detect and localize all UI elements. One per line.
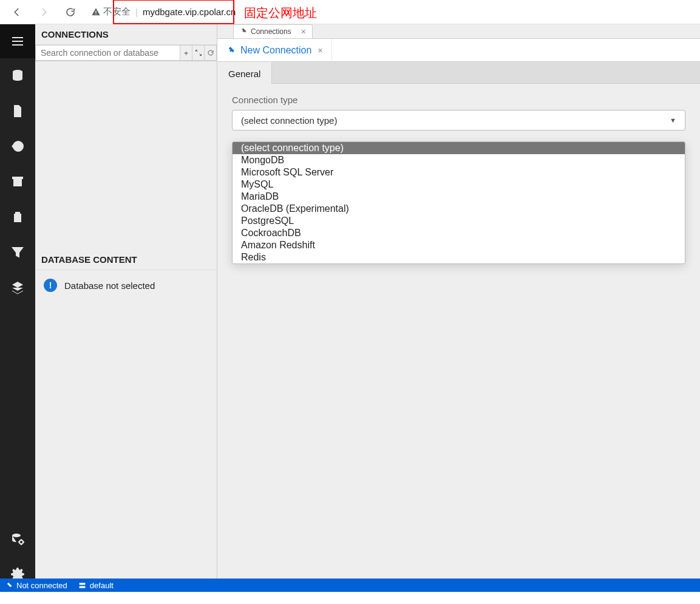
svg-rect-3 bbox=[12, 41, 23, 42]
connections-list bbox=[35, 61, 217, 249]
option-redis[interactable]: Redis bbox=[233, 251, 685, 263]
connections-header: CONNECTIONS bbox=[35, 24, 217, 45]
svg-rect-4 bbox=[12, 44, 23, 46]
close-icon[interactable]: × bbox=[318, 46, 322, 55]
tab-general[interactable]: General bbox=[217, 62, 272, 84]
option-oracle[interactable]: OracleDB (Experimental) bbox=[233, 203, 685, 215]
db-content-header: DATABASE CONTENT bbox=[35, 249, 217, 270]
browser-toolbar: 不安全 | mydbgate.vip.cpolar.cn 固定公网地址 bbox=[0, 0, 700, 24]
db-settings-icon[interactable] bbox=[0, 521, 35, 557]
search-input[interactable] bbox=[35, 45, 180, 61]
insecure-warning: 不安全 bbox=[91, 6, 131, 18]
activity-rail bbox=[0, 24, 35, 592]
status-profile[interactable]: default bbox=[78, 581, 114, 590]
status-text: Not connected bbox=[16, 581, 67, 590]
plug-icon bbox=[240, 27, 247, 36]
content-tab-label: New Connection bbox=[240, 45, 311, 56]
svg-point-10 bbox=[19, 540, 23, 544]
chevron-down-icon: ▼ bbox=[670, 117, 676, 124]
address-bar[interactable]: 不安全 | mydbgate.vip.cpolar.cn bbox=[86, 3, 694, 21]
menu-button[interactable] bbox=[0, 24, 35, 58]
main-area: Connections × New Connection × General C… bbox=[217, 24, 700, 592]
option-mssql[interactable]: Microsoft SQL Server bbox=[233, 166, 685, 178]
connection-type-dropdown: (select connection type) MongoDB Microso… bbox=[232, 141, 685, 264]
svg-rect-13 bbox=[79, 586, 85, 588]
svg-rect-12 bbox=[79, 583, 85, 585]
server-icon bbox=[78, 582, 86, 589]
db-not-selected-row: ! Database not selected bbox=[35, 270, 217, 300]
db-not-selected-text: Database not selected bbox=[64, 280, 155, 291]
option-mysql[interactable]: MySQL bbox=[233, 178, 685, 191]
info-icon: ! bbox=[44, 279, 57, 292]
file-tab-connections[interactable]: Connections × bbox=[233, 24, 313, 38]
option-cockroach[interactable]: CockroachDB bbox=[233, 227, 685, 239]
svg-point-9 bbox=[12, 534, 21, 537]
insecure-label: 不安全 bbox=[103, 6, 131, 18]
database-icon[interactable] bbox=[0, 58, 35, 93]
left-panel: CONNECTIONS + DATABASE CONTENT ! Databas… bbox=[35, 24, 217, 592]
svg-rect-8 bbox=[13, 179, 22, 186]
reload-button[interactable] bbox=[59, 1, 81, 23]
new-connection-tab[interactable]: New Connection × bbox=[217, 39, 332, 62]
expand-button[interactable] bbox=[192, 45, 205, 61]
status-connection[interactable]: Not connected bbox=[5, 581, 67, 590]
file-tab-label: Connections bbox=[251, 27, 291, 36]
option-postgres[interactable]: PostgreSQL bbox=[233, 215, 685, 227]
plug-icon bbox=[5, 582, 13, 589]
option-redshift[interactable]: Amazon Redshift bbox=[233, 239, 685, 251]
layers-icon[interactable] bbox=[0, 270, 35, 305]
svg-rect-0 bbox=[95, 11, 96, 13]
connection-type-label: Connection type bbox=[232, 95, 685, 105]
add-connection-button[interactable]: + bbox=[180, 45, 192, 61]
svg-rect-7 bbox=[12, 177, 23, 179]
option-mariadb[interactable]: MariaDB bbox=[233, 191, 685, 203]
refresh-button[interactable] bbox=[205, 45, 217, 61]
archive-icon[interactable] bbox=[0, 164, 35, 199]
history-icon[interactable] bbox=[0, 129, 35, 164]
select-value: (select connection type) bbox=[241, 115, 337, 126]
plug-icon bbox=[226, 46, 236, 55]
filter-icon[interactable] bbox=[0, 234, 35, 270]
close-icon[interactable]: × bbox=[301, 27, 306, 36]
svg-rect-2 bbox=[12, 37, 23, 38]
file-icon[interactable] bbox=[0, 93, 35, 129]
forward-button[interactable] bbox=[33, 1, 55, 23]
back-button[interactable] bbox=[6, 1, 28, 23]
profile-text: default bbox=[90, 581, 114, 590]
option-select-placeholder[interactable]: (select connection type) bbox=[233, 142, 685, 154]
url-text: mydbgate.vip.cpolar.cn bbox=[143, 7, 236, 17]
status-bar: Not connected default bbox=[0, 579, 700, 592]
option-mongodb[interactable]: MongoDB bbox=[233, 154, 685, 166]
svg-rect-1 bbox=[95, 13, 96, 14]
clipboard-icon[interactable] bbox=[0, 199, 35, 234]
connection-type-select[interactable]: (select connection type) ▼ bbox=[232, 110, 685, 131]
